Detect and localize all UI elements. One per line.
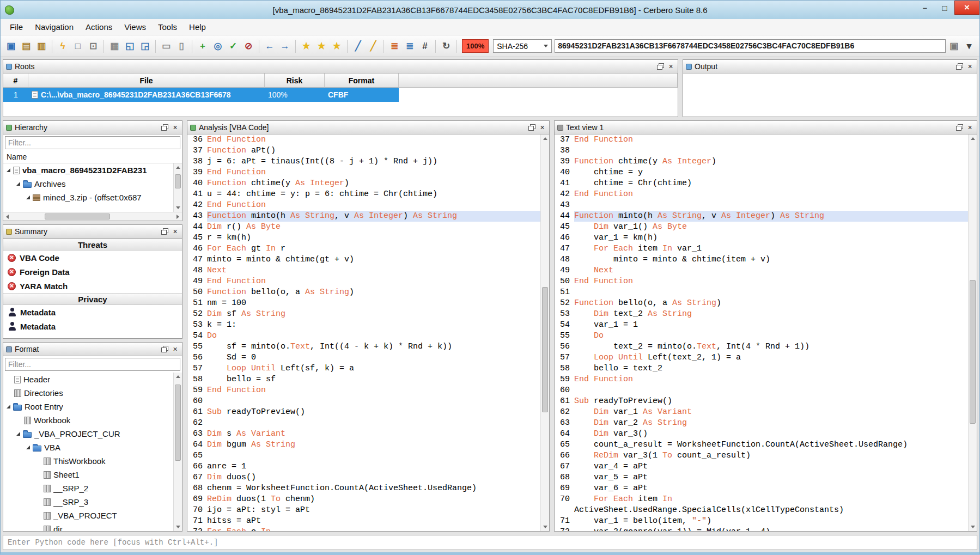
- layout-left-icon[interactable]: ≣: [387, 39, 401, 53]
- edit-icon[interactable]: ╱: [366, 39, 380, 53]
- code-line[interactable]: 62 Dim var_1 As Variant: [555, 407, 968, 418]
- float-panel-icon[interactable]: [657, 63, 664, 70]
- scroll-up-icon[interactable]: [969, 135, 977, 143]
- close-panel-icon[interactable]: [538, 124, 546, 132]
- bookmark-icon[interactable]: ★: [314, 39, 328, 53]
- save-icon[interactable]: ▣: [4, 39, 18, 53]
- close-panel-icon[interactable]: [171, 345, 179, 353]
- code-line[interactable]: 67 var_4 = aPt: [555, 461, 968, 472]
- code-line[interactable]: 71hitss = aPt: [187, 516, 540, 527]
- tree-item[interactable]: Directories: [3, 386, 173, 400]
- code-line[interactable]: 48Next: [187, 265, 540, 276]
- wand-icon[interactable]: ╱: [351, 39, 365, 53]
- frame-icon[interactable]: ◱: [123, 39, 137, 53]
- summary-item[interactable]: VBA Code: [3, 251, 182, 265]
- code-line[interactable]: 43: [555, 200, 968, 211]
- code-line[interactable]: 59End Function: [555, 374, 968, 385]
- code-line[interactable]: 54Do: [187, 331, 540, 341]
- code-line[interactable]: 64 Dim var_3(): [555, 429, 968, 440]
- scrollbar-track[interactable]: [174, 381, 182, 522]
- code-line[interactable]: ActiveSheet.UsedRange.SpecialCells(xlCel…: [555, 505, 968, 516]
- close-panel-icon[interactable]: [171, 124, 179, 132]
- tree-item[interactable]: Workbook: [3, 413, 173, 427]
- code-line[interactable]: 55 sf = minto(o.Text, Int((4 - k + k) * …: [187, 341, 540, 352]
- code-line[interactable]: 37End Function: [555, 135, 968, 145]
- forward-icon[interactable]: →: [278, 39, 292, 53]
- scrollbar-thumb[interactable]: [970, 280, 976, 424]
- back-icon[interactable]: ←: [263, 39, 277, 53]
- code-line[interactable]: 60: [555, 385, 968, 396]
- expander-icon[interactable]: [16, 182, 20, 186]
- code-line[interactable]: 69 var_6 = aPt: [555, 483, 968, 494]
- code-line[interactable]: 50End Function: [555, 276, 968, 287]
- code-line[interactable]: 58 bello = sf: [187, 374, 540, 385]
- code-line[interactable]: 39Function chtime(y As Integer): [555, 156, 968, 167]
- code-line[interactable]: 41 chtime = Chr(chtime): [555, 178, 968, 189]
- hash-value-field[interactable]: 86945231D2FAB231A36CB13F6678744EDC3458E0…: [555, 39, 946, 53]
- scrollbar-track[interactable]: [174, 172, 182, 203]
- convert-file-icon[interactable]: ⊡: [86, 39, 100, 53]
- code-line[interactable]: 61Sub readyToPreview(): [187, 407, 540, 418]
- copy-icon[interactable]: ▦: [107, 39, 121, 53]
- code-line[interactable]: 49End Function: [187, 276, 540, 287]
- scroll-down-icon[interactable]: [969, 522, 977, 531]
- code-line[interactable]: 36End Function: [187, 135, 540, 145]
- tree-item[interactable]: VBA: [3, 441, 173, 454]
- menu-tools[interactable]: Tools: [152, 20, 183, 34]
- code-line[interactable]: 72For Each o In: [187, 527, 540, 531]
- tree-item[interactable]: Sheet1: [3, 468, 173, 481]
- code-line[interactable]: 37Function aPt(): [187, 145, 540, 156]
- code-line[interactable]: 65 count_a_result = WorksheetFunction.Co…: [555, 440, 968, 450]
- scroll-up-icon[interactable]: [541, 135, 549, 143]
- code-line[interactable]: 52Function bello(o, a As String): [555, 298, 968, 309]
- code-line[interactable]: 41u = 44: chtime = y: p = 6: chtime = Ch…: [187, 189, 540, 200]
- menu-help[interactable]: Help: [183, 20, 212, 34]
- bookmark-list-icon[interactable]: ★: [330, 39, 344, 53]
- disable-icon[interactable]: ⊘: [241, 39, 255, 53]
- scroll-down-icon[interactable]: [174, 522, 182, 531]
- code-line[interactable]: 48 minto = minto & chtime(item + v): [555, 254, 968, 265]
- code-line[interactable]: 46 var_1 = km(h): [555, 233, 968, 243]
- code-line[interactable]: 57 Loop Until Left(text_2, 1) = a: [555, 352, 968, 363]
- scroll-up-icon[interactable]: [174, 163, 182, 172]
- code-line[interactable]: 58 bello = text_2: [555, 363, 968, 374]
- hierarchy-horizontal-scrollbar[interactable]: [3, 212, 182, 221]
- code-line[interactable]: 56 Sd = 0: [187, 352, 540, 363]
- code-line[interactable]: 39End Function: [187, 167, 540, 178]
- export-package-icon[interactable]: ▤: [19, 39, 33, 53]
- code-line[interactable]: 53 Dim text_2 As String: [555, 309, 968, 320]
- code-line[interactable]: 50Function bello(o, a As String): [187, 287, 540, 298]
- summary-item[interactable]: YARA Match: [3, 279, 182, 293]
- menu-actions[interactable]: Actions: [80, 20, 118, 34]
- code-line[interactable]: 44Function minto(h As String, v As Integ…: [555, 211, 968, 222]
- close-panel-icon[interactable]: [966, 124, 974, 132]
- code-line[interactable]: 66anre = 1: [187, 461, 540, 472]
- code-line[interactable]: 42End Function: [555, 189, 968, 200]
- scrollbar-thumb[interactable]: [45, 214, 110, 219]
- summary-item[interactable]: Metadata: [3, 319, 182, 333]
- float-panel-icon[interactable]: [956, 124, 963, 131]
- expander-icon[interactable]: [7, 168, 10, 172]
- code-line[interactable]: 45r = km(h): [187, 233, 540, 243]
- scroll-down-icon[interactable]: [541, 522, 549, 531]
- tree-item[interactable]: Header: [3, 373, 173, 386]
- shape-pill-icon[interactable]: ▯: [174, 39, 188, 53]
- float-panel-icon[interactable]: [956, 63, 963, 70]
- code-line[interactable]: 59End Function: [187, 385, 540, 396]
- tree-item[interactable]: _VBA_PROJECT: [3, 509, 173, 522]
- code-line[interactable]: 55 Do: [555, 331, 968, 341]
- code-line[interactable]: 42End Function: [187, 200, 540, 211]
- code-line[interactable]: 47 For Each item In var_1: [555, 243, 968, 254]
- bookmark-add-icon[interactable]: ★: [299, 39, 313, 53]
- code-line[interactable]: 38j = 6: aPt = tinaus(Int((8 - j + 1) * …: [187, 156, 540, 167]
- textview-vertical-scrollbar[interactable]: [968, 135, 977, 531]
- close-button[interactable]: ×: [954, 1, 979, 15]
- shape-rect-icon[interactable]: ▭: [159, 39, 173, 53]
- minimize-button[interactable]: −: [915, 1, 935, 15]
- search-docs-icon[interactable]: ◎: [211, 39, 225, 53]
- scrollbar-track[interactable]: [12, 212, 173, 221]
- scroll-right-icon[interactable]: [173, 212, 182, 221]
- float-panel-icon[interactable]: [161, 228, 168, 235]
- code-line[interactable]: 40Function chtime(y As Integer): [187, 178, 540, 189]
- float-panel-icon[interactable]: [161, 124, 168, 131]
